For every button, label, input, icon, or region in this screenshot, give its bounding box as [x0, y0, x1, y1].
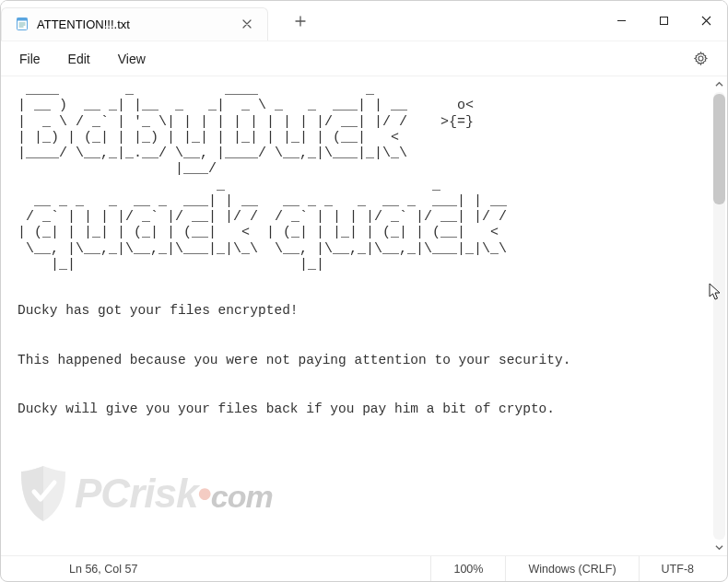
new-tab-button[interactable]: [285, 6, 316, 37]
message-body: Ducky has got your files encrypted! This…: [18, 298, 701, 422]
maximize-button[interactable]: [642, 1, 685, 41]
statusbar: Ln 56, Col 57 100% Windows (CRLF) UTF-8: [1, 555, 727, 581]
gear-icon: [693, 51, 709, 66]
msg-line-3: Ducky will give you your files back if y…: [18, 402, 555, 416]
msg-line-2: This happened because you were not payin…: [18, 353, 570, 367]
titlebar: ATTENTION!!!.txt: [1, 1, 727, 41]
minimize-button[interactable]: [600, 1, 642, 41]
menu-view[interactable]: View: [105, 46, 159, 72]
menu-file[interactable]: File: [6, 46, 53, 72]
tabs-region: ATTENTION!!!.txt: [1, 1, 316, 41]
titlebar-drag-region[interactable]: [316, 1, 600, 41]
status-encoding[interactable]: UTF-8: [639, 556, 716, 581]
scroll-up-button[interactable]: [711, 76, 727, 92]
tab-active[interactable]: ATTENTION!!!.txt: [1, 7, 268, 41]
status-zoom[interactable]: 100%: [430, 556, 505, 581]
ascii-art-block: ____ _ ____ _ | __ ) __ _| |__ _ _| _ \ …: [18, 82, 701, 273]
msg-line-1: Ducky has got your files encrypted!: [18, 303, 299, 318]
tab-title: ATTENTION!!!.txt: [37, 17, 130, 31]
svg-rect-5: [660, 17, 667, 25]
editor-viewport: ____ _ ____ _ | __ ) __ _| |__ _ _| _ \ …: [1, 76, 727, 555]
status-line-ending[interactable]: Windows (CRLF): [505, 556, 638, 581]
svg-rect-1: [18, 18, 28, 21]
window-close-button[interactable]: [685, 1, 727, 41]
window-controls: [600, 1, 727, 41]
editor-text-area[interactable]: ____ _ ____ _ | __ ) __ _| |__ _ _| _ \ …: [1, 76, 701, 555]
menu-edit[interactable]: Edit: [55, 46, 103, 72]
notepad-icon: [15, 17, 29, 31]
vertical-scrollbar[interactable]: [711, 76, 727, 555]
status-cursor-position: Ln 56, Col 57: [12, 556, 159, 581]
settings-button[interactable]: [685, 45, 716, 73]
menubar: File Edit View: [1, 41, 727, 76]
tab-close-button[interactable]: [238, 15, 256, 33]
scroll-down-button[interactable]: [711, 540, 727, 555]
scrollbar-track[interactable]: [713, 92, 725, 540]
scrollbar-thumb[interactable]: [713, 94, 725, 204]
